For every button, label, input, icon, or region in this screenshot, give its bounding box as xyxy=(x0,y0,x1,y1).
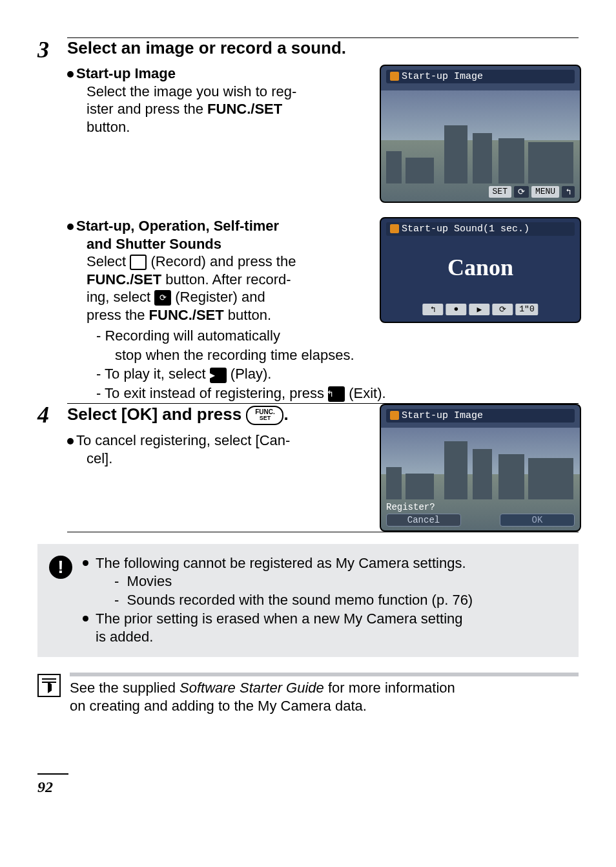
text: button. xyxy=(87,119,130,135)
bullet-icon xyxy=(67,224,74,230)
record-icon xyxy=(130,255,147,270)
step-3-number: 3 xyxy=(37,38,67,404)
step-4-body: Select [OK] and press FUNC.SET. To cance… xyxy=(67,403,579,532)
cancel-button[interactable]: Cancel xyxy=(386,514,461,527)
sounds-heading-b: and Shutter Sounds xyxy=(87,236,221,252)
sounds-heading-a: Start-up, Operation, Self-timer xyxy=(76,218,279,234)
screen-title: Start-up Image xyxy=(402,410,483,421)
screenshot-register-confirm: Start-up Image Register? Cancel OK xyxy=(380,404,579,532)
page: 3 Select an image or record a sound. Sta… xyxy=(0,0,616,867)
warning-icon: ! xyxy=(49,556,72,579)
screenshot-startup-sound: Start-up Sound(1 sec.) Canon ↰ ● ▶ ⟳ 1"0 xyxy=(380,217,579,323)
register-prompt: Register? xyxy=(386,502,435,512)
note-item-2: The prior setting is erased when a new M… xyxy=(81,610,473,647)
play-icon: ▶ xyxy=(210,368,227,383)
note-recording-auto-stop: - Recording will automatically xyxy=(87,326,579,346)
menu-chip: MENU xyxy=(531,186,559,198)
text: (Record) and press the xyxy=(147,253,296,269)
steps-table: 3 Select an image or record a sound. Sta… xyxy=(37,37,579,532)
text: button. After record- xyxy=(161,271,291,287)
record-chip-icon: ● xyxy=(446,304,466,315)
step-4-number: 4 xyxy=(37,403,67,532)
step-3-block-2-text: Start-up, Operation, Self-timer and Shut… xyxy=(67,217,365,324)
ref-book-title: Software Starter Guide xyxy=(180,680,324,696)
text: ing, select xyxy=(87,289,154,305)
duration-chip: 1"0 xyxy=(515,304,538,315)
register-icon: ⟳ xyxy=(154,290,171,306)
note-sub-movies: - Movies xyxy=(96,572,473,591)
bullet-icon xyxy=(67,438,74,444)
page-number: 92 xyxy=(37,773,68,796)
note-item-1: The following cannot be registered as My… xyxy=(81,554,473,610)
exit-chip-icon: ↰ xyxy=(422,304,443,315)
note-sub-sounds: - Sounds recorded with the sound memo fu… xyxy=(96,591,473,610)
screen-title: Start-up Image xyxy=(402,71,483,82)
document-icon xyxy=(37,674,61,697)
return-icon: ↰ xyxy=(562,186,575,198)
skyline-image xyxy=(386,132,575,183)
swap-icon: ⟳ xyxy=(514,186,529,198)
func-set-label: FUNC./SET xyxy=(87,271,161,287)
step-3-body: Select an image or record a sound. Start… xyxy=(67,38,579,404)
screenshot-startup-image: Start-up Image SET ⟳ MENU ↰ xyxy=(380,65,579,203)
text: Select xyxy=(87,253,130,269)
func-set-label: FUNC./SET xyxy=(149,307,224,323)
accent-bar xyxy=(70,673,579,676)
play-chip-icon: ▶ xyxy=(469,304,489,315)
text: button. xyxy=(224,307,271,323)
text: press the xyxy=(87,307,149,323)
cancel-text-a: To cancel registering, select [Can- xyxy=(76,432,290,448)
text: (Register) and xyxy=(171,289,265,305)
ref-text-c: on creating and adding to the My Camera … xyxy=(70,698,367,714)
func-set-button-icon: FUNC.SET xyxy=(246,406,283,425)
ok-button[interactable]: OK xyxy=(500,514,575,527)
func-set-label: FUNC./SET xyxy=(207,101,282,117)
bullet-icon xyxy=(67,71,74,78)
reference-note: See the supplied Software Starter Guide … xyxy=(37,663,579,716)
ref-text-b: for more information xyxy=(324,680,455,696)
ref-text-a: See the supplied xyxy=(70,680,180,696)
register-chip-icon: ⟳ xyxy=(492,304,513,315)
set-chip: SET xyxy=(489,186,511,198)
screen-title: Start-up Sound(1 sec.) xyxy=(402,224,529,235)
note-play: - To play it, select ▶ (Play). xyxy=(87,364,579,384)
startup-image-heading: Start-up Image xyxy=(76,65,176,81)
step-4-title: Select [OK] and press FUNC.SET. xyxy=(67,404,365,425)
text: ister and press the xyxy=(87,101,207,117)
step-3-block-1-text: Start-up Image Select the image you wish… xyxy=(67,65,365,136)
cancel-text-b: cel]. xyxy=(87,450,112,466)
note-exit: - To exit instead of registering, press … xyxy=(87,384,579,403)
step-3-block-2: Start-up, Operation, Self-timer and Shut… xyxy=(67,217,579,324)
canon-logo: Canon xyxy=(381,254,580,281)
camera-icon xyxy=(390,224,399,233)
step-3-title: Select an image or record a sound. xyxy=(67,38,579,58)
text: Select the image you wish to reg- xyxy=(87,83,296,99)
exit-icon: ↰ xyxy=(328,386,345,402)
camera-icon xyxy=(390,72,399,81)
warning-note: ! The following cannot be registered as … xyxy=(37,544,579,657)
camera-icon xyxy=(390,411,399,420)
step-3-block-1: Start-up Image Select the image you wish… xyxy=(67,65,579,203)
text: stop when the recording time elapses. xyxy=(115,347,354,363)
